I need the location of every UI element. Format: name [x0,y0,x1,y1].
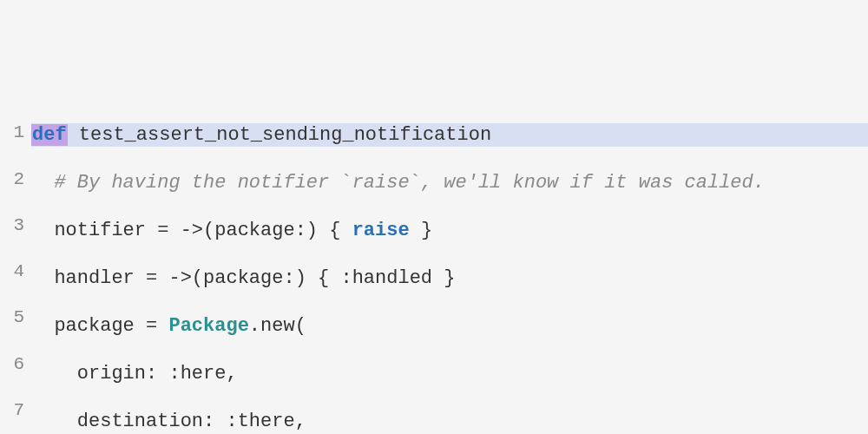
code-line[interactable]: package = Package.new( [31,314,868,339]
code-line[interactable]: destination: :there, [31,410,868,434]
line-number: 7 [0,399,24,423]
line-number: 2 [0,168,24,192]
code-line[interactable]: # By having the notifier `raise`, we'll … [31,171,868,195]
constant: Package [168,315,248,337]
line-number: 4 [0,260,24,284]
code-area[interactable]: def test_assert_not_sending_notification… [31,99,868,434]
code-editor[interactable]: 1 2 3 4 5 6 7 8 9 10 11 12 13 def test_a… [0,95,868,434]
code-text: destination: :there, [31,411,306,432]
line-number: 5 [0,306,24,330]
line-number-gutter: 1 2 3 4 5 6 7 8 9 10 11 12 13 [0,99,31,434]
keyword-def: def [31,124,68,146]
code-line[interactable]: handler = ->(package:) { :handled } [31,266,868,291]
code-line[interactable]: def test_assert_not_sending_notification [31,123,868,148]
code-text: package = [31,315,168,337]
line-number: 3 [0,214,24,238]
comment: # By having the notifier `raise`, we'll … [31,172,765,194]
code-text: handler = ->(package:) { :handled } [31,267,455,289]
line-number: 6 [0,353,24,377]
code-text: origin: :here, [31,363,238,385]
code-text: } [410,220,432,241]
line-number: 1 [0,122,24,145]
code-text: notifier = ->(package:) { [31,220,352,241]
code-text: .new( [249,315,306,337]
code-line[interactable]: notifier = ->(package:) { raise } [31,219,868,243]
code-line[interactable]: origin: :here, [31,362,868,386]
keyword-raise: raise [352,220,410,241]
method-name: test_assert_not_sending_notification [68,124,491,146]
